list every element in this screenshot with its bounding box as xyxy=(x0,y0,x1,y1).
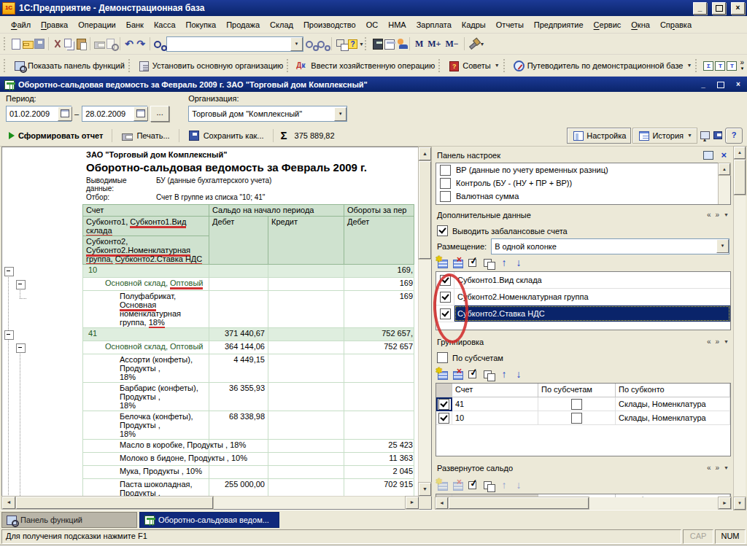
toolbar-grip[interactable] xyxy=(695,59,699,72)
period-more-button[interactable]: ... xyxy=(150,106,169,122)
collapse-all-icon[interactable]: « xyxy=(707,338,712,346)
row-name-cell[interactable]: Масло в коробке, Продукты , 18% xyxy=(82,440,209,453)
sum-sigma-icon[interactable]: Σ xyxy=(278,129,293,141)
report-row[interactable]: 10169, xyxy=(2,265,418,278)
row-opening-credit-cell[interactable] xyxy=(268,479,344,496)
mdi-minimize-button[interactable]: _ xyxy=(697,79,709,90)
report-horizontal-scrollbar[interactable]: ◄ ► xyxy=(2,496,431,509)
panel-close-icon[interactable]: × xyxy=(718,149,729,160)
report-row[interactable]: Паста шоколадная, Продукты ,18%255 000,0… xyxy=(2,479,418,496)
row-opening-debit-cell[interactable]: 371 440,67 xyxy=(209,328,268,341)
command-button-3[interactable]: ДкВвести хозяйственную операцию xyxy=(293,58,438,73)
panel-horizontal-scrollbar[interactable]: ◄ ► xyxy=(436,497,731,509)
menu-item-Покупка[interactable]: Покупка xyxy=(181,18,222,31)
scroll-left-button[interactable]: ◄ xyxy=(436,497,448,509)
report-row[interactable]: Мука, Продукты , 10%2 045 xyxy=(2,466,418,479)
save-as-button[interactable]: Сохранить как... xyxy=(184,128,268,144)
tree-collapse-box[interactable] xyxy=(4,267,14,276)
date-to-input[interactable] xyxy=(82,109,133,118)
report-row[interactable]: Барбарис (конфеты), Продукты ,18%36 355,… xyxy=(2,383,418,411)
row-opening-credit-cell[interactable] xyxy=(268,328,344,341)
toolbar-overflow-chevron[interactable]: »▼ xyxy=(740,60,744,71)
row-opening-credit-cell[interactable] xyxy=(268,453,344,466)
toolbar-grip[interactable] xyxy=(438,59,442,72)
bysubconto-cell[interactable]: Склады, Номенклатура xyxy=(616,397,730,411)
toolbar-grip[interactable] xyxy=(503,59,507,72)
report-row[interactable]: Ассорти (конфеты), Продукты ,18%4 449,15 xyxy=(2,354,418,383)
find-icon[interactable] xyxy=(153,38,165,50)
command-button-5[interactable]: Путеводитель по демонстрационной базе▼ xyxy=(510,58,695,73)
option-checkbox[interactable] xyxy=(440,191,451,202)
cut-icon[interactable] xyxy=(52,38,63,50)
row-opening-credit-cell[interactable] xyxy=(268,383,344,411)
check-all-icon[interactable]: ✓ xyxy=(468,369,480,380)
row-turnover-debit-cell[interactable]: 169 xyxy=(344,278,414,291)
command-button-1[interactable]: Показать панель функций xyxy=(10,58,128,73)
report-vertical-scrollbar[interactable]: ▲ ▼ xyxy=(418,147,431,496)
row-opening-debit-cell[interactable]: 36 355,93 xyxy=(209,383,268,411)
row-opening-debit-cell[interactable] xyxy=(209,291,268,328)
section-menu-icon[interactable]: ▼ xyxy=(724,339,729,344)
toolbar-grip[interactable] xyxy=(4,37,7,50)
delete-item-icon[interactable]: × xyxy=(452,369,465,380)
row-opening-debit-cell[interactable] xyxy=(209,265,268,278)
row-turnover-debit-cell[interactable] xyxy=(344,383,414,411)
row-opening-credit-cell[interactable] xyxy=(268,354,344,383)
close-button[interactable]: × xyxy=(731,2,745,15)
move-down-icon[interactable]: ↓ xyxy=(513,257,525,268)
report-option-row[interactable]: Валютная сумма xyxy=(436,190,718,203)
row-opening-debit-cell[interactable]: 255 000,00 xyxy=(209,479,268,496)
row-turnover-debit-cell[interactable]: 2 045 xyxy=(344,466,414,479)
scrollbar-thumb[interactable] xyxy=(16,497,213,509)
calendar-picker-button[interactable] xyxy=(58,106,72,121)
report-row[interactable]: Белочка (конфеты), Продукты ,18%68 338,9… xyxy=(2,411,418,440)
window-tab-1[interactable]: Панель функций xyxy=(1,512,137,528)
column-header-subconto1[interactable]: Субконто1, Субконто1.Видсклада xyxy=(82,217,209,236)
generate-report-button[interactable]: Сформировать отчет xyxy=(4,129,107,142)
delete-item-icon[interactable]: × xyxy=(452,480,465,491)
search-dropdown-button[interactable]: ▼ xyxy=(290,37,303,51)
placement-dropdown-button[interactable]: ▼ xyxy=(716,239,729,253)
paste-icon[interactable] xyxy=(75,38,87,50)
row-opening-debit-cell[interactable] xyxy=(209,466,268,479)
expand-all-icon[interactable]: » xyxy=(716,338,721,346)
row-turnover-debit-cell[interactable]: 752 657, xyxy=(344,328,414,341)
windows-cascade-icon[interactable] xyxy=(335,38,347,50)
row-name-cell[interactable]: Паста шоколадная, Продукты ,18% xyxy=(82,479,209,496)
bysubconto-cell[interactable]: Склады, Номенклатура xyxy=(616,411,730,425)
scrollbar-thumb[interactable] xyxy=(734,160,746,195)
scroll-up-button[interactable]: ▲ xyxy=(719,163,730,175)
bysub-checkbox[interactable] xyxy=(571,399,582,410)
mdi-restore-button[interactable] xyxy=(715,79,727,90)
scroll-down-button[interactable]: ▼ xyxy=(734,497,746,510)
user-help-icon[interactable] xyxy=(395,38,406,50)
copy-icon[interactable] xyxy=(63,38,75,50)
tools-icon[interactable] xyxy=(468,38,479,50)
calendar-icon[interactable] xyxy=(383,38,395,50)
toolbar-grip[interactable] xyxy=(128,59,132,72)
move-down-icon[interactable]: ↓ xyxy=(513,479,525,491)
add-item-icon[interactable]: ✱ xyxy=(437,257,449,268)
uncheck-all-icon[interactable] xyxy=(483,480,495,491)
collapse-all-icon[interactable]: « xyxy=(707,211,712,219)
window-tab-2[interactable]: Оборотно-сальдовая ведом... xyxy=(139,512,279,528)
report-row[interactable]: Масло в коробке, Продукты , 18%25 423 xyxy=(2,440,418,453)
scroll-left-button[interactable]: ◄ xyxy=(2,497,15,509)
table-person-icon[interactable]: T xyxy=(725,60,737,71)
menu-item-Склад[interactable]: Склад xyxy=(265,18,298,31)
row-turnover-debit-cell[interactable]: 25 423 xyxy=(344,440,414,453)
menu-item-Окна[interactable]: Окна xyxy=(626,18,655,31)
field-checkbox[interactable] xyxy=(440,292,451,303)
scrollbar-thumb[interactable] xyxy=(449,497,589,509)
tree-collapse-box[interactable] xyxy=(16,280,26,289)
menu-item-ОС[interactable]: ОС xyxy=(361,18,384,31)
bysub-checkbox[interactable] xyxy=(571,413,582,424)
row-turnover-debit-cell[interactable]: 752 657 xyxy=(344,341,414,354)
print-preview-icon[interactable] xyxy=(105,38,117,50)
menu-item-Банк[interactable]: Банк xyxy=(121,18,149,31)
report-row[interactable]: Полуфабрикат, Основнаяноменклатурная гру… xyxy=(2,291,418,328)
command-button-4[interactable]: ?Советы▼ xyxy=(445,58,502,73)
move-up-icon[interactable]: ↑ xyxy=(498,479,510,491)
menu-item-Продажа[interactable]: Продажа xyxy=(221,18,265,31)
check-all-icon[interactable]: ✓ xyxy=(468,480,480,491)
